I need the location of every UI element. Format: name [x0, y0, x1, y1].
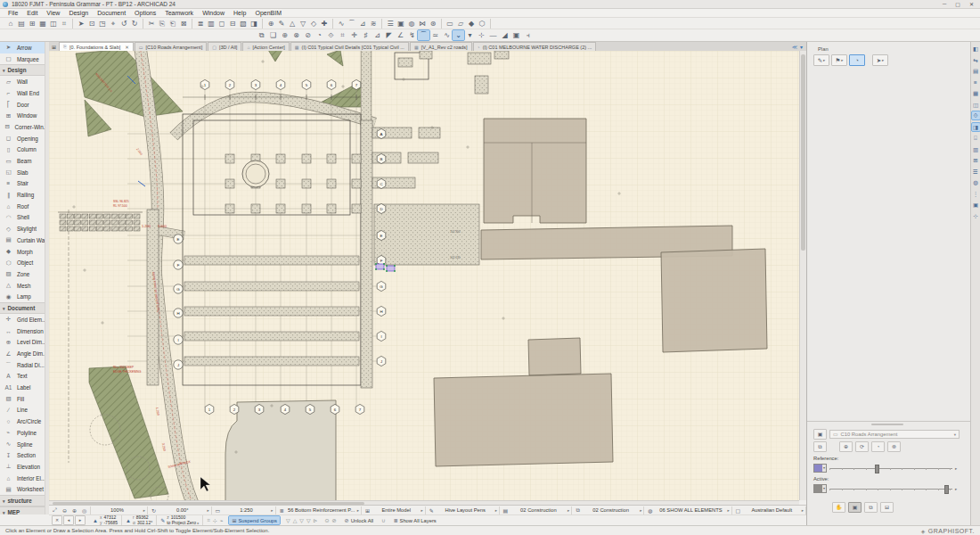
- quick-option-1-250[interactable]: ▭1:250▸: [212, 506, 276, 514]
- tool-door[interactable]: ⎡Door: [0, 99, 48, 111]
- toolbar-icon-7-3[interactable]: ⬡: [477, 19, 487, 29]
- tool-skylight[interactable]: ◇Skylight: [0, 223, 48, 235]
- toolbar-icon-6-3[interactable]: ⋈: [417, 19, 428, 29]
- tab-v-a1-rev-c2-roads[interactable]: ▦[V_A1_Rev c2 roads]: [410, 42, 472, 51]
- side-panel-icon-1[interactable]: ⇆: [972, 56, 980, 64]
- toolbar-icon-4-0[interactable]: ⊕: [265, 19, 276, 29]
- toolbar-icon-4-3[interactable]: ▽: [298, 19, 308, 29]
- zoom-icon-3[interactable]: ◎: [80, 507, 88, 514]
- trace-action-icon-1[interactable]: ⟳: [855, 441, 869, 452]
- toolbar-icon-0-1[interactable]: ▤: [16, 19, 27, 29]
- tab-i-c01-melbourne-water-discharge-2[interactable]: ◔(I) C01 MELBOURNE WATER DISCHARGE (2) .…: [473, 42, 597, 51]
- toolbar2-icon-0[interactable]: ⧉: [256, 30, 267, 40]
- toolbar-icon-7-1[interactable]: ▱: [455, 19, 466, 29]
- toolbar-icon-3-1[interactable]: ▥: [206, 19, 216, 29]
- toolbar2-icon-13[interactable]: ↯: [406, 30, 418, 40]
- toolbar-icon-7-2[interactable]: ◆: [466, 19, 477, 29]
- toolbar2-icon-6[interactable]: ⟐: [325, 30, 337, 40]
- toolbar-icon-3-5[interactable]: ◨: [249, 19, 259, 29]
- tracker-nav-2[interactable]: ▸: [75, 515, 86, 525]
- quick-option-australian-default[interactable]: ▢Australian Default▸: [732, 506, 806, 514]
- tool-dimension[interactable]: ↔Dimension: [0, 325, 48, 337]
- layout-book-icon[interactable]: ⊞: [49, 43, 59, 51]
- trace-options-button[interactable]: ⧉: [813, 441, 827, 452]
- tool-label[interactable]: A1Label: [0, 382, 48, 393]
- tool-line[interactable]: ∕Line: [0, 405, 48, 416]
- menu-window[interactable]: Window: [198, 10, 229, 16]
- tool-stair[interactable]: ≡Stair: [0, 178, 48, 190]
- tab-i-c01-typical-civil-details-c01-typical-civil[interactable]: ▦(I) C01 Typical Civil Details [C01 Typi…: [290, 42, 409, 51]
- toolbar2-icon-21[interactable]: ◢: [499, 30, 510, 40]
- toolbar-icon-0-5[interactable]: ⌗: [59, 19, 69, 29]
- tool-beam[interactable]: ▭Beam: [0, 155, 48, 167]
- quick-option-0-00[interactable]: ↻0.00°▸: [148, 506, 212, 514]
- toolbar2-icon-8[interactable]: ✛: [348, 30, 360, 40]
- show-all-layers-button[interactable]: ≣ Show All Layers: [390, 516, 438, 524]
- snap-icon-0[interactable]: ⌗: [207, 517, 209, 523]
- palette-grab-handle[interactable]: [871, 424, 903, 425]
- toolbar2-icon-18[interactable]: ▾: [464, 30, 476, 40]
- toolbar2-icon-16[interactable]: ∿: [441, 30, 453, 40]
- toolbar2-icon-4[interactable]: ⊘: [302, 30, 314, 40]
- tool-mesh[interactable]: △Mesh: [0, 280, 48, 292]
- toolbar2-icon-23[interactable]: ⫞: [522, 30, 534, 40]
- tab-3d-all[interactable]: ▢[3D / All]: [208, 42, 241, 51]
- trace-toggle-button[interactable]: ▣: [813, 429, 827, 440]
- close-button[interactable]: ✕: [969, 1, 974, 7]
- tool-railing[interactable]: ∥Railing: [0, 189, 48, 201]
- side-panel-icon-0[interactable]: ◧: [972, 45, 980, 53]
- quick-option-100[interactable]: 100%▸: [91, 506, 148, 514]
- toolbar-icon-7-0[interactable]: ▭: [445, 19, 455, 29]
- toolbar-icon-5-0[interactable]: ∿: [336, 19, 347, 29]
- menu-help[interactable]: Help: [229, 10, 250, 16]
- quick-option-06-show-all-elements[interactable]: ◍06 SHOW ALL ELEMENTS▸: [644, 506, 731, 514]
- toolbar2-icon-15[interactable]: ≃: [429, 30, 441, 40]
- toolbar-icon-5-3[interactable]: ≋: [368, 19, 379, 29]
- tool-opening[interactable]: ◻Opening: [0, 133, 48, 144]
- side-panel-icon-6[interactable]: ⟐: [972, 111, 980, 119]
- toolbar-icon-4-1[interactable]: ✎: [276, 19, 287, 29]
- tracker-angle-value[interactable]: 302.12°: [137, 520, 152, 525]
- side-panel-icon-9[interactable]: ▥: [972, 145, 980, 153]
- toolbar2-icon-12[interactable]: ∠: [395, 30, 406, 40]
- toolbar-icon-2-2[interactable]: ⎗: [167, 19, 178, 29]
- toolbar-icon-1-5[interactable]: ↻: [129, 19, 140, 29]
- tool-radial-di[interactable]: ⌒Radial Di...: [0, 359, 48, 371]
- toolbar-icon-6-1[interactable]: ▣: [396, 19, 406, 29]
- drawing-canvas[interactable]: 12345671234567ABCDEFGHIJEFGHIJ1.2003.000…: [49, 51, 799, 500]
- trace-bottom-icon-0[interactable]: ✋: [832, 502, 845, 513]
- tool-window[interactable]: ⊞Window: [0, 110, 48, 121]
- menu-openbim[interactable]: OpenBIM: [250, 10, 286, 16]
- toolbox-section-structure[interactable]: ▾structure: [0, 495, 48, 506]
- reference-color-swatch[interactable]: ▾: [813, 464, 827, 473]
- toolbar-icon-6-0[interactable]: ☰: [385, 19, 396, 29]
- toolbar-icon-5-1[interactable]: ⌒: [347, 19, 357, 29]
- toolbar2-icon-9[interactable]: ♯: [360, 30, 372, 40]
- suspend-groups-toggle[interactable]: ⊞ Suspend Groups: [229, 516, 280, 524]
- side-panel-icon-2[interactable]: ▤: [972, 67, 980, 75]
- tool-section[interactable]: ↧Section: [0, 449, 48, 461]
- toolbar2-icon-10[interactable]: ⊿: [372, 30, 383, 40]
- toolbar-icon-1-4[interactable]: ↺: [118, 19, 129, 29]
- tool-text[interactable]: AText: [0, 371, 48, 383]
- tracker-z-reference[interactable]: to Project Zero: [167, 520, 196, 525]
- side-panel-icon-8[interactable]: ⌺: [972, 134, 980, 142]
- side-panel-icon-11[interactable]: ☰: [972, 168, 980, 176]
- tool-roof[interactable]: ⌂Roof: [0, 201, 48, 212]
- tab-0-foundations-slab[interactable]: ⎘[0. Foundations & Slab]✕: [59, 42, 134, 51]
- quick-option-entire-model[interactable]: ⊞Entire Model▸: [362, 506, 426, 514]
- group-order-icon-0[interactable]: ▽: [286, 517, 290, 523]
- toolbar-icon-1-1[interactable]: ⊡: [86, 19, 97, 29]
- tool-worksheet[interactable]: ▤Worksheet: [0, 483, 48, 495]
- group-order-icon-1[interactable]: △: [293, 517, 298, 523]
- toolbar-icon-0-3[interactable]: ▦: [37, 19, 48, 29]
- tool-arc-circle[interactable]: ○Arc/Circle: [0, 416, 48, 427]
- toolbar-icon-4-4[interactable]: ◇: [308, 19, 319, 29]
- tool-shell[interactable]: ◠Shell: [0, 212, 48, 224]
- toolbar-icon-3-4[interactable]: ▧: [238, 19, 249, 29]
- toolbar-icon-6-2[interactable]: ◍: [406, 19, 417, 29]
- tab-nav-icon-1[interactable]: ▾: [800, 44, 803, 50]
- side-panel-icon-3[interactable]: ≡: [972, 78, 980, 86]
- toolbar-icon-1-0[interactable]: ➤: [76, 19, 86, 29]
- tool-morph[interactable]: ◆Morph: [0, 246, 48, 258]
